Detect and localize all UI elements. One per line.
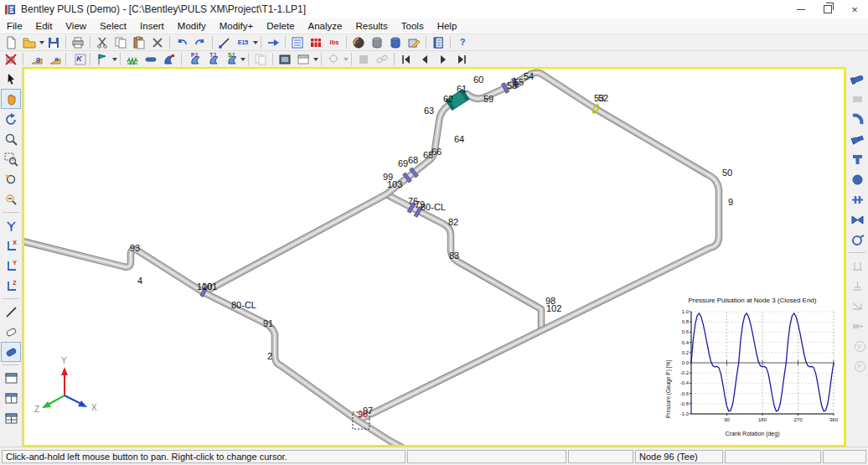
axis-lock-y-button[interactable]: Y bbox=[1, 256, 21, 276]
pressure-result-button[interactable]: P bbox=[847, 356, 867, 376]
close-button[interactable]: × bbox=[841, 0, 868, 18]
check-valve-component-button[interactable] bbox=[847, 296, 867, 316]
joint-dropdown-caret[interactable] bbox=[240, 58, 245, 61]
pipes[interactable] bbox=[24, 73, 719, 445]
previous-result-button[interactable] bbox=[416, 50, 434, 68]
menu-results[interactable]: Results bbox=[349, 20, 394, 32]
pressure-joint-button[interactable]: PJ bbox=[184, 50, 203, 68]
restore-button[interactable] bbox=[814, 0, 841, 18]
menu-edit[interactable]: Edit bbox=[29, 20, 59, 32]
menu-tools[interactable]: Tools bbox=[395, 20, 431, 32]
menu-view[interactable]: View bbox=[59, 20, 93, 32]
first-result-button[interactable] bbox=[397, 50, 416, 68]
gravity-g-button[interactable]: g bbox=[26, 50, 44, 68]
open-file-button[interactable] bbox=[20, 34, 39, 51]
menu-modify-plus[interactable]: Modify+ bbox=[213, 20, 261, 32]
zoom-window-button[interactable] bbox=[1, 149, 21, 169]
rpm-gauge-button[interactable] bbox=[349, 34, 368, 51]
valve-component-button[interactable] bbox=[847, 209, 867, 230]
zoom-out-button[interactable] bbox=[1, 189, 21, 209]
menu-bar: File Edit View Select Insert Modify Modi… bbox=[0, 18, 868, 34]
rotate-view-button[interactable] bbox=[1, 109, 21, 129]
flange-pair-component-button[interactable] bbox=[847, 189, 867, 209]
copy-button[interactable] bbox=[111, 34, 130, 51]
acceleration-a-button[interactable]: a bbox=[44, 50, 63, 68]
next-result-button[interactable] bbox=[434, 50, 452, 68]
flag-marker-button[interactable] bbox=[93, 50, 111, 68]
undo-button[interactable] bbox=[173, 34, 191, 51]
spring-joint-button[interactable]: SJ bbox=[221, 50, 240, 68]
clear-selection-button[interactable] bbox=[2, 50, 20, 68]
save-button[interactable] bbox=[44, 34, 63, 51]
elbow-component-button[interactable] bbox=[847, 109, 867, 129]
e15-dropdown-caret[interactable] bbox=[253, 41, 258, 44]
report-book-button[interactable] bbox=[429, 34, 447, 51]
render-dropdown-caret[interactable] bbox=[344, 58, 349, 61]
edit-tools-button[interactable] bbox=[405, 34, 423, 51]
menu-modify[interactable]: Modify bbox=[171, 20, 213, 32]
menu-select[interactable]: Select bbox=[93, 20, 133, 32]
view-single-button[interactable] bbox=[1, 368, 21, 388]
database-gray-button[interactable] bbox=[368, 34, 386, 51]
sphere-component-button[interactable] bbox=[847, 169, 867, 189]
new-file-button[interactable] bbox=[2, 34, 20, 51]
menu-file[interactable]: File bbox=[0, 20, 29, 32]
draw-pipe-button[interactable] bbox=[215, 34, 234, 51]
flow-arrow-button[interactable] bbox=[264, 34, 282, 51]
pump-component-button[interactable] bbox=[847, 230, 867, 250]
duplicate-button[interactable] bbox=[251, 50, 270, 68]
connector-component-button[interactable] bbox=[847, 316, 867, 336]
delete-button[interactable] bbox=[148, 34, 167, 51]
box-component-button[interactable] bbox=[847, 89, 867, 109]
last-result-button[interactable] bbox=[452, 50, 471, 68]
database-blue-button[interactable] bbox=[386, 34, 405, 51]
node-tee-tool-button[interactable] bbox=[1, 215, 21, 235]
stiffness-k-button[interactable]: K bbox=[69, 50, 87, 68]
minimize-button[interactable] bbox=[788, 0, 814, 18]
view-two-pane-button[interactable] bbox=[1, 388, 21, 408]
tee-component-button[interactable] bbox=[847, 149, 867, 169]
svg-text:0.4: 0.4 bbox=[682, 340, 690, 345]
rigid-support-button[interactable] bbox=[142, 50, 160, 68]
menu-insert[interactable]: Insert bbox=[133, 20, 171, 32]
pipe-component-button[interactable] bbox=[847, 69, 867, 89]
axis-lock-x-button[interactable]: X bbox=[1, 235, 21, 256]
draw-line-tool-button[interactable] bbox=[1, 302, 21, 322]
print-button[interactable] bbox=[69, 34, 87, 51]
select-tool-button[interactable] bbox=[1, 69, 21, 89]
mass-table-button[interactable] bbox=[307, 34, 325, 51]
snapshot-button[interactable] bbox=[276, 50, 294, 68]
translation-joint-button[interactable]: TJ bbox=[203, 50, 221, 68]
cut-button[interactable] bbox=[93, 34, 111, 51]
link-button[interactable] bbox=[373, 50, 391, 68]
anchor-component-button[interactable] bbox=[847, 276, 867, 296]
element-type-e15-button[interactable]: E15 bbox=[234, 34, 252, 51]
support-component-button[interactable] bbox=[847, 256, 867, 276]
menu-analyze[interactable]: Analyze bbox=[302, 20, 349, 32]
zoom-previous-button[interactable] bbox=[1, 169, 21, 189]
menu-help[interactable]: Help bbox=[431, 20, 464, 32]
paste-button[interactable] bbox=[130, 34, 148, 51]
zoom-tool-button[interactable] bbox=[1, 129, 21, 149]
axis-lock-z-button[interactable]: Z bbox=[1, 276, 21, 296]
view-four-pane-button[interactable] bbox=[1, 408, 21, 428]
spring-support-button[interactable] bbox=[123, 50, 142, 68]
help-button[interactable]: ? bbox=[453, 34, 472, 51]
pan-tool-button[interactable] bbox=[1, 89, 21, 109]
redo-button[interactable] bbox=[191, 34, 209, 51]
model-viewport[interactable]: 6061626359545558646665686953525099910376… bbox=[23, 67, 845, 447]
element-wireframe-button[interactable] bbox=[1, 322, 21, 342]
window-layout-button[interactable] bbox=[294, 50, 313, 68]
stop-button[interactable] bbox=[354, 50, 373, 68]
window-dropdown-caret[interactable] bbox=[313, 58, 318, 61]
element-solid-button[interactable] bbox=[1, 342, 21, 362]
render-options-button[interactable] bbox=[324, 50, 343, 68]
velocity-result-button[interactable]: V bbox=[847, 336, 867, 356]
reducer-component-button[interactable] bbox=[847, 129, 867, 149]
flag-dropdown-caret[interactable] bbox=[112, 58, 117, 61]
node-number-button[interactable] bbox=[160, 50, 178, 68]
input-list-button[interactable] bbox=[288, 34, 307, 51]
units-lbs-button[interactable]: lbs bbox=[325, 34, 344, 51]
svg-text:-1.0: -1.0 bbox=[680, 411, 690, 416]
menu-delete[interactable]: Delete bbox=[260, 20, 301, 32]
